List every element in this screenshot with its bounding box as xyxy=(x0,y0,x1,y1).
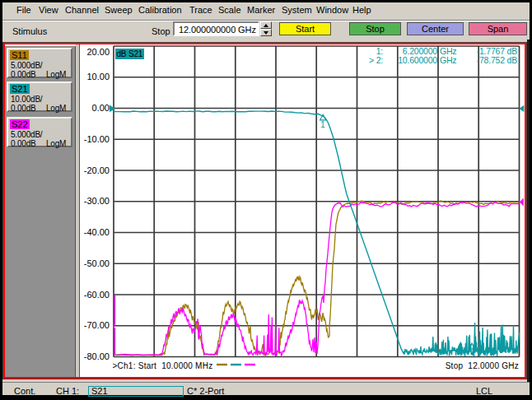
svg-text:> 2:: > 2: xyxy=(369,55,383,65)
svg-text:-50.00: -50.00 xyxy=(84,258,110,268)
svg-text:dB S21: dB S21 xyxy=(117,49,143,58)
svg-text:-40.00: -40.00 xyxy=(84,227,110,237)
svg-text:-60.00: -60.00 xyxy=(84,290,110,300)
svg-text:1:: 1: xyxy=(376,46,383,56)
svg-text:10.600000: 10.600000 xyxy=(398,55,437,65)
svg-text:1: 1 xyxy=(320,119,325,129)
svg-text:>Ch1: Start 10.0000 MHz: >Ch1: Start 10.0000 MHz xyxy=(113,361,213,370)
svg-text:10.00: 10.00 xyxy=(86,72,110,81)
svg-text:0.00: 0.00 xyxy=(92,103,110,113)
svg-text:-78.752 dB: -78.752 dB xyxy=(477,55,518,65)
svg-text:-70.00: -70.00 xyxy=(84,320,110,330)
svg-text:-80.00: -80.00 xyxy=(84,351,110,361)
svg-text:-30.00: -30.00 xyxy=(84,196,110,206)
svg-text:-10.00: -10.00 xyxy=(84,134,110,144)
svg-text:-1.7767 dB: -1.7767 dB xyxy=(477,46,518,56)
svg-text:-20.00: -20.00 xyxy=(84,165,110,175)
svg-text:Stop 12.0000 GHz: Stop 12.0000 GHz xyxy=(446,361,519,370)
svg-text:GHz: GHz xyxy=(440,55,456,65)
svg-text:6.200000: 6.200000 xyxy=(403,46,438,56)
svg-text:GHz: GHz xyxy=(440,46,456,56)
svg-text:20.00: 20.00 xyxy=(86,47,110,57)
